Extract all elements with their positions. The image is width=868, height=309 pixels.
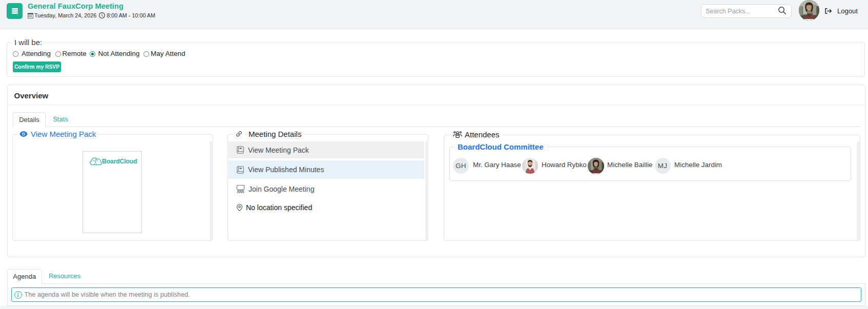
svg-text:BoardCloud: BoardCloud bbox=[102, 158, 137, 165]
